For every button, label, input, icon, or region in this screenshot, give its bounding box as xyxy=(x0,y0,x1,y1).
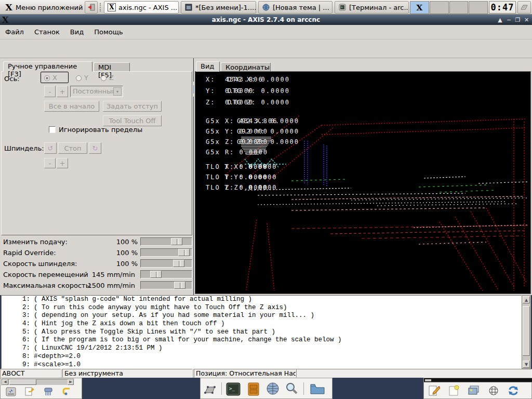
window-titlebar[interactable]: X axis.ngc - AXIS 2.7.4 on arccnc ▲ ─ ❐ … xyxy=(0,15,532,25)
feed-override-slider[interactable] xyxy=(140,237,192,246)
status-tool: Без инструмента xyxy=(62,369,192,378)
gcode-listing[interactable]: 1:( AXIS "splash g-code" Not intended fo… xyxy=(1,295,522,369)
spindle-override-slider[interactable] xyxy=(140,259,192,268)
line-number: 6: xyxy=(2,336,30,344)
slider-thumb[interactable] xyxy=(174,282,185,289)
touch-off-button[interactable]: Задать отступ xyxy=(103,101,162,112)
spindle-slower-button[interactable]: - xyxy=(44,158,56,168)
gcode-line[interactable]: 4:( Hint jog the Z axis down a bit then … xyxy=(2,320,521,328)
save-icon[interactable] xyxy=(5,385,17,398)
menu-file[interactable]: Файл xyxy=(0,26,29,38)
print-icon[interactable] xyxy=(42,385,55,398)
background-window-fragment-middle: >_ xyxy=(200,378,332,399)
workspace-3[interactable] xyxy=(449,1,469,14)
gcode-line[interactable]: 9:#<scale>=1.0 xyxy=(2,361,521,369)
gcode-line[interactable]: 6:( If the program is too big or small f… xyxy=(2,336,521,344)
dro-g5x-r: G5x R: 0.0000 xyxy=(206,149,268,156)
task-button-browser[interactable]: [Новая тема | ... xyxy=(258,1,332,14)
spindle-faster-button[interactable]: + xyxy=(57,158,68,168)
note-icon[interactable] xyxy=(448,384,460,397)
applications-menu-button[interactable]: X Меню приложений xyxy=(1,1,83,14)
radio-axis-z[interactable]: Z xyxy=(101,74,114,82)
scroll-down-arrow-icon[interactable]: ▼ xyxy=(523,361,530,368)
task-button-axis[interactable]: X axis.ngc - AXIS ... xyxy=(104,1,179,14)
terminal-launcher-icon[interactable]: >_ xyxy=(225,381,241,397)
jog-minus-button[interactable]: - xyxy=(44,86,56,97)
task-label: [Терминал - arc... xyxy=(349,4,409,11)
shade-button[interactable]: ▲ xyxy=(496,16,504,23)
task-button-terminal[interactable]: > [Терминал - arc... xyxy=(335,1,409,14)
rapid-override-slider[interactable] xyxy=(140,248,192,257)
task-button-editor[interactable]: *[Без имени]-1.... xyxy=(181,1,256,14)
applications-menu-label: Меню приложений xyxy=(16,4,83,11)
menu-view[interactable]: Вид xyxy=(65,26,89,38)
shape-icon[interactable] xyxy=(203,383,216,396)
edit-pencil-icon[interactable] xyxy=(428,384,441,397)
home-all-button[interactable]: Все в начало xyxy=(44,101,99,112)
mesh-icon[interactable] xyxy=(487,384,500,397)
gcode-line[interactable]: 8:#<depth>=2.0 xyxy=(2,353,521,361)
max-velocity-slider[interactable] xyxy=(140,281,192,289)
gcode-line[interactable]: 3:( depending on your setup. As if you h… xyxy=(2,312,521,320)
radio-axis-x[interactable]: X xyxy=(44,74,57,82)
close-button[interactable]: ✕ xyxy=(523,16,530,23)
scrollbar-thumb[interactable] xyxy=(523,306,530,356)
slider-thumb[interactable] xyxy=(150,271,162,278)
search-magnifier-icon[interactable] xyxy=(284,382,299,395)
folder-icon[interactable] xyxy=(309,382,326,395)
gcode-line[interactable]: 2:( To run this code anyway you might ha… xyxy=(2,304,521,312)
maximize-button[interactable]: ❐ xyxy=(514,16,522,23)
gcode-line[interactable]: 7:( LinuxCNC 19/1/2012 2:13:51 PM ) xyxy=(2,344,521,353)
scroll-right-arrow-icon[interactable]: ▶ xyxy=(68,379,74,385)
spindle-ccw-button[interactable]: ↺ xyxy=(44,142,57,154)
tab-manual-control[interactable]: Ручное управление [F3] xyxy=(3,61,92,72)
show-desktop-button[interactable] xyxy=(517,1,531,14)
combo-arrow-icon[interactable]: ▾ xyxy=(113,87,122,96)
spindle-cw-button[interactable]: ↻ xyxy=(89,142,101,154)
status-position: Позиция: Относительная Насто xyxy=(194,369,296,378)
slider-thumb[interactable] xyxy=(171,238,182,245)
toolbar-separator xyxy=(221,382,222,395)
tool-touch-off-button[interactable]: Tool Touch Off xyxy=(103,115,162,126)
line-text: ( AXIS "splash g-code" Not intended for … xyxy=(30,296,252,304)
jog-speed-slider[interactable] xyxy=(140,270,192,278)
images-icon[interactable] xyxy=(468,384,480,397)
menu-help[interactable]: Помощь xyxy=(89,26,128,38)
hscrollbar-thumb[interactable] xyxy=(9,379,36,385)
backplot-canvas[interactable]: X: 4343.806 DTG X: 0.0000 Y: 0.0000 DTG … xyxy=(195,71,531,294)
background-hscrollbar[interactable]: ◀ ▶ xyxy=(2,379,74,385)
gcode-line[interactable]: 5:( Also press the Toggle Skip Lines wit… xyxy=(2,328,521,337)
globe-icon xyxy=(262,3,270,11)
file-cabinet-icon[interactable] xyxy=(246,381,261,397)
logout-button[interactable] xyxy=(85,1,98,14)
web-browser-globe-icon[interactable] xyxy=(265,382,281,395)
undo-icon[interactable] xyxy=(61,385,73,398)
scroll-left-arrow-icon[interactable]: ◀ xyxy=(2,379,8,385)
tab-mdi[interactable]: MDI [F5] xyxy=(94,62,130,72)
export-icon[interactable] xyxy=(23,385,36,398)
gcode-line[interactable]: 1:( AXIS "splash g-code" Not intended fo… xyxy=(2,296,521,304)
panel-drag-handle[interactable] xyxy=(100,3,102,11)
gcode-vertical-scrollbar[interactable]: ▲ ▼ xyxy=(522,295,531,369)
workspace-4[interactable] xyxy=(469,1,488,14)
background-window-fragment-right xyxy=(423,378,532,399)
rotate-cw-icon: ↻ xyxy=(92,144,98,152)
slider-thumb[interactable] xyxy=(178,249,190,256)
jog-speed-value: 145 mm/min xyxy=(83,271,135,278)
workspace-2[interactable] xyxy=(430,1,449,14)
radio-axis-y[interactable]: Y xyxy=(76,74,88,82)
jog-plus-button[interactable]: + xyxy=(57,86,68,97)
max-velocity-label: Максимальная скорость: xyxy=(3,282,92,289)
workspace-1-active[interactable]: X xyxy=(410,1,429,14)
spindle-stop-button[interactable]: Стоп xyxy=(58,142,87,154)
scroll-up-arrow-icon[interactable]: ▲ xyxy=(523,296,530,303)
minimize-button[interactable]: ─ xyxy=(505,16,513,23)
menu-machine[interactable]: Станок xyxy=(29,26,65,38)
ignore-limits-checkbox[interactable] xyxy=(49,126,56,133)
jog-speed-combo[interactable]: Постоянный ▾ xyxy=(70,86,123,97)
refresh-icon[interactable] xyxy=(507,384,520,397)
task-label: axis.ngc - AXIS ... xyxy=(118,4,177,11)
tab-preview[interactable]: Вид xyxy=(196,61,220,72)
slider-thumb[interactable] xyxy=(173,260,184,267)
tab-dro[interactable]: Координаты xyxy=(221,62,271,72)
